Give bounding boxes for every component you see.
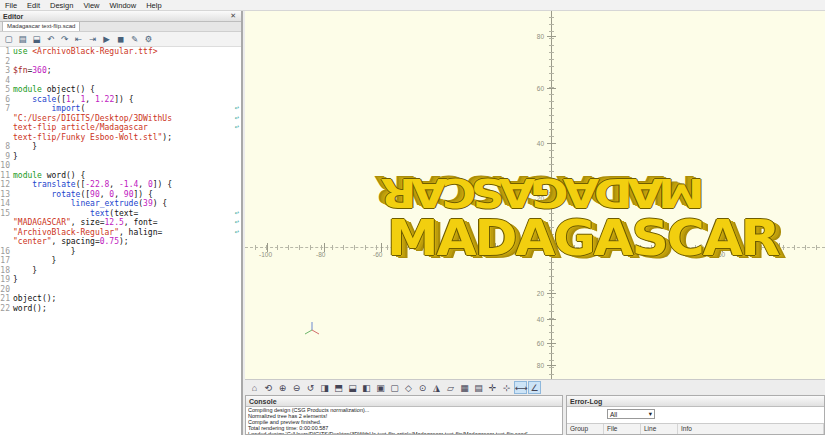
view-front-icon[interactable]: ▣ — [374, 381, 387, 394]
x-axis-label: -100 — [259, 251, 272, 258]
code-line: use <ArchivoBlack-Regular.ttf> — [13, 47, 158, 57]
x-axis-tick — [381, 243, 382, 252]
code-line: } — [13, 142, 37, 152]
line-number: 13 — [0, 190, 13, 200]
orthogonal-icon[interactable]: ▱ — [444, 381, 457, 394]
line-number — [0, 218, 13, 228]
preview-icon[interactable]: ▶ — [100, 33, 113, 46]
x-axis-label: -60 — [373, 251, 382, 258]
menu-item-edit[interactable]: Edit — [22, 0, 45, 11]
x-axis-tick — [779, 243, 780, 252]
code-line: text-flip/Funky Esboo-Wolt.stl"); — [13, 133, 172, 143]
wrap-indicator-icon: ↩ — [235, 114, 241, 124]
open-file-icon[interactable]: ▤ — [16, 33, 29, 46]
code-row: 6 scale([1, 1, 1.22]) { — [0, 95, 241, 105]
editor-panel: Editor ✕ Madagascar text-flip.scad ▢▤⬓↶↷… — [0, 11, 243, 435]
line-number — [0, 114, 13, 124]
line-number: 15 — [0, 209, 13, 219]
z-axis-tick — [547, 143, 556, 144]
show-crosshairs-icon[interactable]: ⊹ — [500, 381, 513, 394]
view-all-icon[interactable]: ⌂ — [248, 381, 261, 394]
viewport-toolbar: ⌂⟲⊕⊖↺◨⬒⬓◧▣▢◇⊙◮▱▦▤✛⊹⟷∠ — [245, 379, 825, 394]
line-number: 18 — [0, 266, 13, 276]
column-header-group[interactable]: Group — [567, 424, 604, 434]
line-number: 12 — [0, 180, 13, 190]
menu-item-help[interactable]: Help — [141, 0, 166, 11]
z-axis-tick — [547, 293, 556, 294]
console-panel: Console Compiling design (CSG Products n… — [245, 395, 563, 435]
menu-item-window[interactable]: Window — [105, 0, 142, 11]
unindent-icon[interactable]: ⇤ — [72, 33, 85, 46]
undo-view-icon[interactable]: ↺ — [304, 381, 317, 394]
code-line: module word() { — [13, 171, 85, 181]
code-line: "ArchivoBlack-Regular", halign= — [13, 228, 162, 238]
view-left-icon[interactable]: ◧ — [360, 381, 373, 394]
measure-angle-icon[interactable]: ∠ — [528, 381, 541, 394]
menu-item-view[interactable]: View — [78, 0, 104, 11]
code-line: text(text= — [13, 209, 138, 219]
console-panel-header: Console — [246, 396, 562, 407]
code-line: } — [13, 275, 18, 285]
model-text: MADAGASCAR — [387, 209, 778, 266]
render-icon[interactable]: ◼ — [114, 33, 127, 46]
code-line: "C:/Users/DIGITS/Desktop/3DWithUs — [13, 114, 172, 124]
view-right-icon[interactable]: ◨ — [318, 381, 331, 394]
redo-icon[interactable]: ↷ — [58, 33, 71, 46]
error-filter-value: All — [610, 411, 617, 418]
code-line: $fn=360; — [13, 66, 52, 76]
view-diagonal-icon[interactable]: ◇ — [402, 381, 415, 394]
code-row: 5module object() { — [0, 85, 241, 95]
console-output[interactable]: Compiling design (CSG Products normaliza… — [246, 407, 562, 434]
editor-tab[interactable]: Madagascar text-flip.scad — [2, 21, 80, 31]
code-row: text-flip article/Madagascar↩ — [0, 123, 241, 133]
column-header-info[interactable]: Info — [678, 424, 824, 434]
line-number: 19 — [0, 275, 13, 285]
error-filter-dropdown[interactable]: All ▾ — [607, 409, 655, 419]
close-icon[interactable]: ✕ — [228, 12, 238, 20]
view-top-icon[interactable]: ⬒ — [332, 381, 345, 394]
3d-viewport[interactable]: -100-80-60-40-20204060802040608020406080… — [245, 11, 825, 379]
perspective-icon[interactable]: ◮ — [430, 381, 443, 394]
code-row: 15 text(text=↩ — [0, 209, 241, 219]
show-axes-icon[interactable]: ✛ — [486, 381, 499, 394]
code-line: object(); — [13, 294, 56, 304]
show-scale-markers-icon[interactable]: ▦ — [458, 381, 471, 394]
code-row: 2 — [0, 57, 241, 67]
code-editor[interactable]: 1use <ArchivoBlack-Regular.ttf>23$fn=360… — [0, 47, 241, 435]
error-log-panel-header: Error-Log — [567, 396, 824, 407]
code-line: } — [13, 152, 18, 162]
zoom-in-icon[interactable]: ⊕ — [276, 381, 289, 394]
view-bottom-icon[interactable]: ⬓ — [346, 381, 359, 394]
edit-icon[interactable]: ✎ — [128, 33, 141, 46]
error-log-panel: Error-Log All ▾ GroupFileLineInfo — [566, 395, 825, 435]
new-file-icon[interactable]: ▢ — [2, 33, 15, 46]
menu-item-file[interactable]: File — [0, 0, 22, 11]
code-row: 7 import(↩ — [0, 104, 241, 114]
show-edges-icon[interactable]: ▤ — [472, 381, 485, 394]
measure-distance-icon[interactable]: ⟷ — [514, 381, 527, 394]
indent-icon[interactable]: ⇥ — [86, 33, 99, 46]
column-header-file[interactable]: File — [604, 424, 641, 434]
reset-view-icon[interactable]: ⟲ — [262, 381, 275, 394]
line-number: 20 — [0, 285, 13, 295]
code-row: 9} — [0, 152, 241, 162]
save-file-icon[interactable]: ⬓ — [30, 33, 43, 46]
column-header-line[interactable]: Line — [641, 424, 678, 434]
orientation-axes-icon — [303, 321, 321, 339]
openscad-window: FileEditDesignViewWindowHelp Editor ✕ Ma… — [0, 0, 825, 435]
wrap-indicator-icon: ↩ — [235, 218, 241, 228]
settings-icon[interactable]: ⚙ — [142, 33, 155, 46]
line-number: 21 — [0, 294, 13, 304]
line-number: 14 — [0, 199, 13, 209]
zoom-out-icon[interactable]: ⊖ — [290, 381, 303, 394]
code-line: text-flip article/Madagascar — [13, 123, 148, 133]
view-center-icon[interactable]: ⊙ — [416, 381, 429, 394]
line-number — [0, 228, 13, 238]
line-number: 8 — [0, 142, 13, 152]
error-log-body: All ▾ GroupFileLineInfo — [567, 407, 824, 434]
undo-icon[interactable]: ↶ — [44, 33, 57, 46]
menu-item-design[interactable]: Design — [45, 0, 78, 11]
error-log-column-headers: GroupFileLineInfo — [567, 423, 824, 434]
view-back-icon[interactable]: ▢ — [388, 381, 401, 394]
code-row: 11module word() { — [0, 171, 241, 181]
